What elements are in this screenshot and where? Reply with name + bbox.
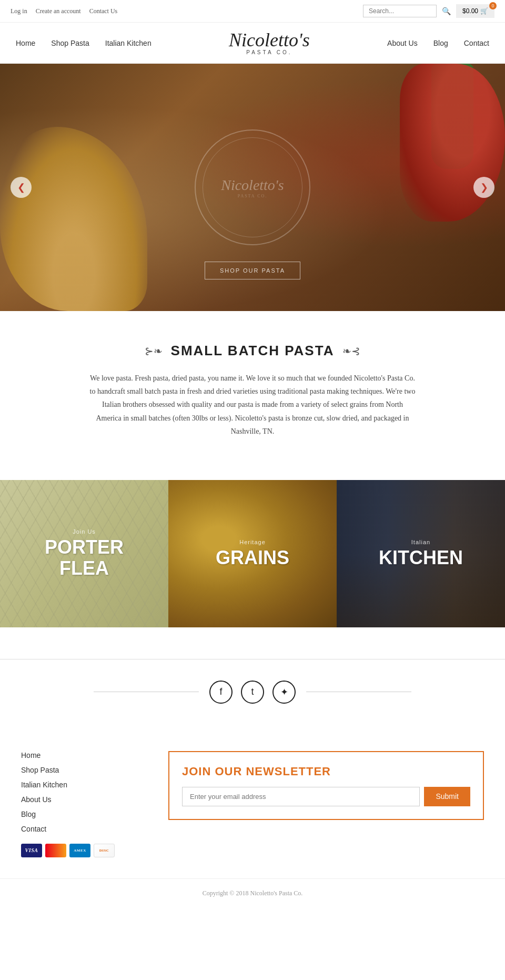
- hero-watermark-subtitle: PASTA CO.: [238, 194, 268, 198]
- nav-italian-kitchen[interactable]: Italian Kitchen: [105, 39, 152, 47]
- grains-title: GRAINS: [216, 547, 289, 568]
- nav-contact[interactable]: Contact: [464, 39, 489, 47]
- wheat-left-icon: ⊱❧: [145, 345, 163, 357]
- top-bar-links: Log in Create an account Contact Us: [11, 7, 117, 15]
- search-button[interactable]: 🔍: [442, 7, 451, 15]
- porter-flea-card[interactable]: Join Us PORTERFLEA: [0, 480, 168, 627]
- kitchen-title: KITCHEN: [379, 547, 463, 568]
- discover-icon: DISC: [94, 844, 115, 857]
- porter-flea-background: Join Us PORTERFLEA: [0, 480, 168, 627]
- porter-flea-title: PORTERFLEA: [45, 537, 124, 578]
- feature-cards: Join Us PORTERFLEA Heritage GRAINS Itali…: [0, 480, 505, 627]
- hero-watermark-text: Nicoletto's: [221, 176, 284, 194]
- grains-background: Heritage GRAINS: [168, 480, 337, 627]
- visa-icon: VISA: [21, 844, 42, 857]
- facebook-icon: f: [219, 686, 222, 697]
- cart-button[interactable]: 0 $0.00 🛒: [456, 4, 494, 18]
- create-account-link[interactable]: Create an account: [36, 7, 81, 15]
- footer-nav: Home Shop Pasta Italian Kitchen About Us…: [21, 751, 147, 857]
- footer-shop-pasta-link[interactable]: Shop Pasta: [21, 766, 147, 774]
- login-link[interactable]: Log in: [11, 7, 27, 15]
- mastercard-icon: [45, 844, 66, 857]
- social-icons: f t ✦: [199, 681, 306, 704]
- footer: Home Shop Pasta Italian Kitchen About Us…: [0, 725, 505, 873]
- footer-blog-link[interactable]: Blog: [21, 810, 147, 818]
- twitter-button[interactable]: t: [241, 681, 264, 704]
- slider-next-button[interactable]: ❯: [473, 177, 494, 198]
- newsletter-section: JOIN OUR NEWSLETTER Submit: [168, 751, 484, 820]
- section-title: SMALL BATCH PASTA: [171, 343, 335, 359]
- nav-home[interactable]: Home: [16, 39, 35, 47]
- main-nav: Home Shop Pasta Italian Kitchen Nicolett…: [0, 23, 505, 64]
- twitter-icon: t: [251, 686, 254, 697]
- footer-about-us-link[interactable]: About Us: [21, 795, 147, 804]
- wheat-right-icon: ❧⊰: [342, 345, 360, 357]
- nav-about-us[interactable]: About Us: [387, 39, 418, 47]
- newsletter-form: Submit: [182, 787, 470, 806]
- cart-icon: 🛒: [480, 7, 488, 15]
- hero-pasta-left-decoration: [0, 127, 147, 311]
- top-bar: Log in Create an account Contact Us 🔍 0 …: [0, 0, 505, 23]
- slider-prev-button[interactable]: ❮: [11, 177, 32, 198]
- nav-right: About Us Blog Contact: [387, 39, 489, 47]
- amex-icon: AMEX: [69, 844, 90, 857]
- hero-watermark: Nicoletto's PASTA CO.: [195, 129, 310, 245]
- footer-italian-kitchen-link[interactable]: Italian Kitchen: [21, 781, 147, 789]
- section-header: ⊱❧ SMALL BATCH PASTA ❧⊰: [21, 343, 484, 359]
- nav-logo[interactable]: Nicoletto's PASTA Co.: [229, 31, 310, 55]
- logo-main-text: Nicoletto's: [229, 31, 310, 49]
- kitchen-label: Italian: [411, 539, 430, 545]
- social-line-left: [94, 692, 199, 692]
- small-batch-section: ⊱❧ SMALL BATCH PASTA ❧⊰ We love pasta. F…: [0, 311, 505, 480]
- instagram-button[interactable]: ✦: [272, 681, 296, 704]
- newsletter-submit-button[interactable]: Submit: [424, 787, 470, 806]
- kitchen-card[interactable]: Italian KITCHEN: [337, 480, 505, 627]
- cart-amount: $0.00: [462, 7, 478, 15]
- nav-left: Home Shop Pasta Italian Kitchen: [16, 39, 152, 47]
- facebook-button[interactable]: f: [209, 681, 233, 704]
- cart-badge: 0: [489, 2, 497, 9]
- instagram-icon: ✦: [280, 686, 288, 698]
- grains-label: Heritage: [239, 539, 266, 545]
- kitchen-background: Italian KITCHEN: [337, 480, 505, 627]
- footer-bottom: Copyright © 2018 Nicoletto's Pasta Co.: [0, 878, 505, 908]
- payment-icons: VISA AMEX DISC: [21, 844, 147, 857]
- newsletter-title: JOIN OUR NEWSLETTER: [182, 765, 470, 778]
- section-body-text: We love pasta. Fresh pasta, dried pasta,…: [89, 372, 416, 438]
- shop-pasta-hero-button[interactable]: SHOP OUR PASTA: [205, 262, 300, 279]
- nav-blog[interactable]: Blog: [433, 39, 448, 47]
- hero-watermark-inner: Nicoletto's PASTA CO.: [203, 137, 302, 237]
- footer-contact-link[interactable]: Contact: [21, 825, 147, 833]
- social-line-right: [306, 692, 411, 692]
- copyright-text: Copyright © 2018 Nicoletto's Pasta Co.: [203, 889, 303, 897]
- contact-link[interactable]: Contact Us: [89, 7, 118, 15]
- top-bar-right: 🔍 0 $0.00 🛒: [363, 4, 494, 18]
- nav-shop-pasta[interactable]: Shop Pasta: [51, 39, 89, 47]
- grains-card[interactable]: Heritage GRAINS: [168, 480, 337, 627]
- search-input[interactable]: [363, 5, 437, 17]
- newsletter-email-input[interactable]: [182, 787, 420, 806]
- hero-tomato-decoration: [400, 64, 505, 222]
- hero-section: Nicoletto's PASTA CO. ❮ ❯ SHOP OUR PASTA: [0, 64, 505, 311]
- footer-home-link[interactable]: Home: [21, 751, 147, 759]
- porter-flea-label: Join Us: [73, 528, 96, 535]
- social-section: f t ✦: [0, 659, 505, 725]
